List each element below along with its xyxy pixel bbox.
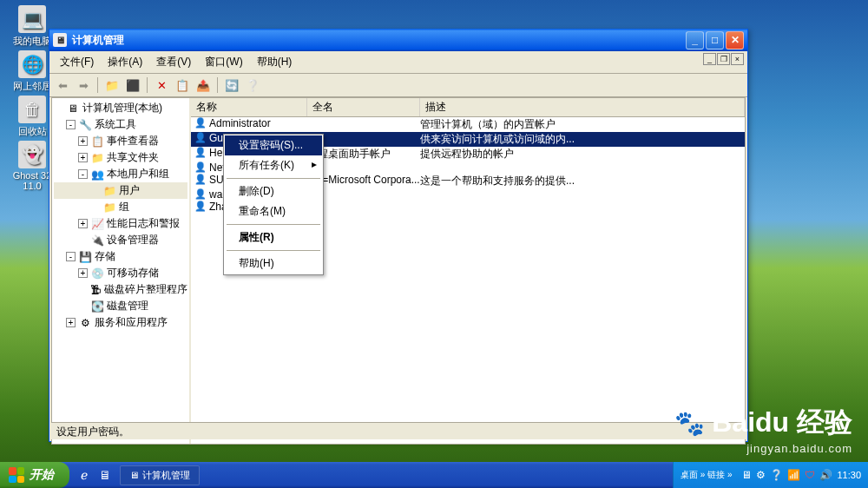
tray-volume-icon[interactable]: 🔊 <box>819 469 832 481</box>
context-menu-item[interactable]: 所有任务(K) <box>225 155 322 175</box>
context-menu-item[interactable]: 重命名(M) <box>225 201 322 221</box>
col-desc[interactable]: 描述 <box>420 98 745 116</box>
tree-item[interactable]: -👥本地用户和组 <box>54 166 187 182</box>
tree-item[interactable]: 📁组 <box>54 199 187 215</box>
expand-icon[interactable]: + <box>78 219 88 228</box>
taskbar-item[interactable]: 🖥 计算机管理 <box>120 465 200 485</box>
expand-icon[interactable] <box>90 186 100 195</box>
content-area: 🖥计算机管理(本地)-🔧系统工具+📋事件查看器+📁共享文件夹-👥本地用户和组📁用… <box>51 97 746 445</box>
tree-item[interactable]: +📁共享文件夹 <box>54 149 187 166</box>
expand-icon[interactable]: + <box>66 318 76 327</box>
tree-icon: 📁 <box>102 185 116 197</box>
cell-desc: 这是一个帮助和支持服务的提供... <box>420 174 745 188</box>
tree-item[interactable]: 📁用户 <box>54 182 187 199</box>
expand-icon[interactable]: - <box>78 169 88 179</box>
tray-icon[interactable]: ⚙ <box>756 469 766 481</box>
tray-links[interactable]: 桌面 » 链接 » <box>681 469 732 481</box>
mdi-close[interactable]: × <box>731 53 744 65</box>
network-icon: 🌐 <box>18 50 46 78</box>
cell-name: Administrator <box>209 117 307 132</box>
toolbar: ⬅ ➡ 📁 ⬛ ✕ 📋 📤 🔄 ❔ <box>49 74 747 97</box>
tree-item[interactable]: -💾存储 <box>54 248 187 265</box>
cell-full <box>307 117 420 132</box>
expand-icon[interactable]: + <box>78 268 88 278</box>
tree-item[interactable]: 🔌设备管理器 <box>54 232 187 248</box>
user-icon: 👤 <box>194 162 207 174</box>
titlebar[interactable]: 🖥 计算机管理 _ □ ✕ <box>49 29 747 51</box>
tree-icon: 🖥 <box>66 102 80 115</box>
export-button[interactable]: 📤 <box>194 76 213 95</box>
expand-icon[interactable] <box>90 202 100 212</box>
tray-icon[interactable]: ❔ <box>770 469 783 481</box>
context-menu-item[interactable]: 删除(D) <box>225 181 322 201</box>
expand-icon[interactable]: - <box>66 252 76 261</box>
tree-item[interactable]: +📈性能日志和警报 <box>54 215 187 232</box>
desktop-icon-mycomputer[interactable]: 💻我的电脑 <box>10 5 54 48</box>
menu-window[interactable]: 窗口(W) <box>198 53 249 71</box>
tree-icon: 🔧 <box>78 119 92 131</box>
show-hide-button[interactable]: ⬛ <box>123 76 142 95</box>
computer-icon: 💻 <box>18 5 46 33</box>
list-row[interactable]: 👤Administrator管理计算机（域）的内置帐户 <box>191 117 745 132</box>
mdi-minimize[interactable]: _ <box>703 53 716 65</box>
tree-icon: 🔌 <box>90 234 104 247</box>
desktop-icon-recycle[interactable]: 🗑回收站 <box>10 96 54 138</box>
tree-item[interactable]: 💽磁盘管理 <box>54 298 187 314</box>
context-menu-item[interactable]: 帮助(H) <box>225 254 322 274</box>
desktop-icon-ghost[interactable]: 👻Ghost 32 11.0 <box>10 141 54 191</box>
minimize-button[interactable]: _ <box>686 31 704 49</box>
col-name[interactable]: 名称 <box>191 98 307 116</box>
menu-view[interactable]: 查看(V) <box>149 53 198 71</box>
close-button[interactable]: ✕ <box>726 31 744 49</box>
ql-ie-icon[interactable]: ℯ <box>75 465 94 485</box>
clock[interactable]: 11:30 <box>837 470 861 480</box>
mdi-restore[interactable]: ❐ <box>717 53 730 65</box>
tree-item[interactable]: +📋事件查看器 <box>54 133 187 149</box>
tree-item[interactable]: 🖥计算机管理(本地) <box>54 100 187 116</box>
statusbar: 设定用户密码。 <box>51 422 746 439</box>
properties-button[interactable]: 📋 <box>173 76 192 95</box>
tree-item[interactable]: +💿可移动存储 <box>54 265 187 281</box>
tree-icon: 💿 <box>90 267 104 280</box>
help-button[interactable]: ❔ <box>243 76 262 95</box>
expand-icon[interactable]: + <box>78 153 88 162</box>
ql-desktop-icon[interactable]: 🖥 <box>95 465 115 485</box>
tree-icon: 💽 <box>90 300 104 313</box>
cell-desc <box>420 188 745 201</box>
mdi-buttons: _ ❐ × <box>703 53 744 71</box>
expand-icon[interactable] <box>78 301 88 311</box>
tree-item[interactable]: +⚙服务和应用程序 <box>54 314 187 331</box>
tray-icon[interactable]: 📶 <box>787 469 800 481</box>
expand-icon[interactable] <box>78 235 88 245</box>
start-button[interactable]: 开始 <box>0 462 69 488</box>
expand-icon[interactable]: - <box>66 120 76 129</box>
menu-file[interactable]: 文件(F) <box>53 53 101 71</box>
col-full[interactable]: 全名 <box>307 98 420 116</box>
tree-label: 服务和应用程序 <box>95 315 168 330</box>
up-button[interactable]: 📁 <box>102 76 122 95</box>
tree-item[interactable]: 🗜磁盘碎片整理程序 <box>54 281 187 298</box>
recycle-icon: 🗑 <box>18 96 46 123</box>
menu-help[interactable]: 帮助(H) <box>250 53 299 71</box>
expand-icon[interactable]: + <box>78 136 88 146</box>
tree-label: 共享文件夹 <box>107 150 159 165</box>
quick-launch: ℯ 🖥 <box>75 465 115 485</box>
tray-shield-icon[interactable]: 🛡 <box>805 469 815 481</box>
maximize-button[interactable]: □ <box>706 31 724 49</box>
tree-pane[interactable]: 🖥计算机管理(本地)-🔧系统工具+📋事件查看器+📁共享文件夹-👥本地用户和组📁用… <box>52 98 191 444</box>
tree-icon: ⚙ <box>78 317 92 329</box>
ghost-icon: 👻 <box>18 141 46 168</box>
expand-icon[interactable] <box>54 103 63 113</box>
tree-item[interactable]: -🔧系统工具 <box>54 116 187 133</box>
user-icon: 👤 <box>194 132 207 147</box>
desktop-icon-network[interactable]: 🌐网上邻居 <box>10 50 54 93</box>
menu-action[interactable]: 操作(A) <box>101 53 149 71</box>
tree-icon: 📁 <box>102 201 116 214</box>
context-menu-item[interactable]: 属性(R) <box>225 228 322 247</box>
refresh-button[interactable]: 🔄 <box>222 76 241 95</box>
context-menu-item[interactable]: 设置密码(S)... <box>225 135 322 155</box>
system-tray: 桌面 » 链接 » 🖥 ⚙ ❔ 📶 🛡 🔊 11:30 <box>673 462 868 488</box>
delete-button[interactable]: ✕ <box>152 76 171 95</box>
expand-icon[interactable] <box>78 285 87 294</box>
tray-icon[interactable]: 🖥 <box>741 469 752 481</box>
